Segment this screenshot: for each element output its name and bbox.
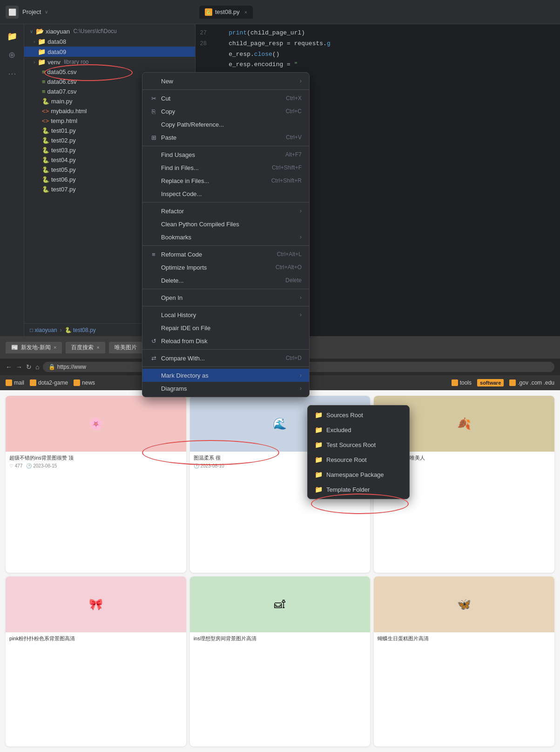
menu-compare-icon: ⇄	[150, 354, 157, 362]
tab-test08[interactable]: 🐍 test08.py ×	[199, 6, 253, 19]
menu-item-find-files[interactable]: Find in Files... Ctrl+Shift+F	[142, 161, 309, 174]
tree-label-test02: test02.py	[51, 137, 76, 144]
tree-root[interactable]: ∨ 📂 xiaoyuan C:\Users\lcf\Docu	[24, 26, 195, 36]
bookmark-dota2-icon	[30, 379, 36, 386]
tree-item-data08[interactable]: › 📁 data08	[24, 36, 195, 47]
photo-2-date: 🕐 2023-08-10	[194, 463, 224, 468]
menu-item-reformat[interactable]: ≡ Reformat Code Ctrl+Alt+L	[142, 248, 309, 261]
menu-cleanpython-label: Clean Python Compiled Files	[161, 221, 302, 228]
menu-item-mark-directory[interactable]: Mark Directory as ›	[142, 369, 309, 382]
tree-label-data07: data07.csv	[47, 88, 77, 95]
tree-label-venv-tag: library roo	[62, 59, 89, 65]
menu-item-bookmarks[interactable]: Bookmarks ›	[142, 230, 309, 244]
bookmark-dota2[interactable]: dota2-game	[30, 379, 68, 386]
menu-item-compare[interactable]: ⇄ Compare With... Ctrl+D	[142, 352, 309, 365]
bookmark-tools-icon	[452, 379, 458, 386]
menu-bookmarks-arrow-icon: ›	[300, 234, 302, 240]
breadcrumb-sep: ›	[60, 327, 62, 333]
photo-5-info: ins理想型房间背景图片高清	[190, 632, 371, 645]
browser-tab-img-label: 唯美图片	[115, 344, 137, 352]
menu-diagrams-arrow-icon: ›	[300, 385, 302, 392]
menu-copypath-icon	[150, 121, 157, 128]
menu-optimize-shortcut: Ctrl+Alt+O	[276, 264, 302, 271]
browser-tab-news[interactable]: 📰 新发地-新闻 ×	[6, 342, 62, 353]
browser-tab-baidu-label: 百度搜索	[71, 344, 94, 352]
tree-label-test04: test04.py	[51, 156, 76, 163]
bookmark-software[interactable]: software	[477, 379, 504, 386]
menu-item-cut[interactable]: ✂ Cut Ctrl+X	[142, 92, 309, 105]
sidebar-icon-search[interactable]: ⊕	[4, 47, 20, 63]
tree-item-data09[interactable]: › 📁 data09	[24, 47, 195, 57]
menu-item-replace-files[interactable]: Replace in Files... Ctrl+Shift+R	[142, 174, 309, 187]
menu-item-find-usages[interactable]: Find Usages Alt+F7	[142, 148, 309, 161]
menu-new-icon	[150, 77, 157, 85]
submenu-test-icon: 📁	[314, 440, 323, 449]
photo-card-4[interactable]: 🎀 pink粉扑扑粉色系背景图高清	[6, 576, 186, 746]
photo-1-title: 超级不错的ins背景图很赞 顶	[9, 454, 182, 461]
browser-tab-baidu-close[interactable]: ×	[96, 345, 99, 350]
submenu-item-resource-root[interactable]: 📁 Resource Root	[308, 452, 409, 467]
menu-item-paste[interactable]: ⊞ Paste Ctrl+V	[142, 131, 309, 144]
tree-item-venv[interactable]: › 📁 venv library roo	[24, 57, 195, 67]
browser-tab-baidu[interactable]: 百度搜索 ×	[66, 342, 105, 353]
menu-item-inspect[interactable]: Inspect Code...	[142, 187, 309, 200]
browser-tab-news-close[interactable]: ×	[54, 345, 56, 350]
breadcrumb-file[interactable]: 🐍 test08.py	[65, 327, 96, 333]
bookmark-mail[interactable]: mail	[6, 379, 24, 386]
menu-item-open-in[interactable]: Open In ›	[142, 291, 309, 304]
browser-tab-news-favicon: 📰	[11, 344, 18, 351]
menu-item-optimize[interactable]: Optimize Imports Ctrl+Alt+O	[142, 261, 309, 274]
menu-paste-icon: ⊞	[150, 134, 157, 141]
bookmark-gov-label: .gov .com .edu	[518, 379, 554, 386]
code-line-b: e_resp.encoding = "	[196, 60, 560, 70]
bookmark-news-label: news	[82, 379, 95, 386]
submenu-item-excluded[interactable]: 📁 Excluded	[308, 422, 409, 437]
photo-6-info: 蝴蝶生日蛋糕图片高清	[374, 632, 554, 645]
menu-paste-label: Paste	[161, 134, 282, 141]
menu-optimize-label: Optimize Imports	[161, 264, 272, 271]
menu-repairide-label: Repair IDE on File	[161, 325, 302, 332]
menu-item-delete[interactable]: Delete... Delete	[142, 274, 309, 287]
submenu-item-sources-root[interactable]: 📁 Sources Root	[308, 407, 409, 422]
menu-sep-6	[142, 306, 309, 306]
menu-localhistory-label: Local History	[161, 312, 296, 318]
photo-card-5[interactable]: 🛋 ins理想型房间背景图片高清	[190, 576, 371, 746]
submenu-excluded-label: Excluded	[326, 427, 351, 434]
menu-item-reload-disk[interactable]: ↺ Reload from Disk	[142, 334, 309, 347]
submenu-item-template[interactable]: 📁 Template Folder	[308, 482, 409, 497]
breadcrumb-root[interactable]: □ xiaoyuan	[30, 327, 57, 333]
tree-label-mybaidu: mybaidu.html	[51, 108, 87, 115]
tab-python-icon: 🐍	[205, 8, 212, 16]
menu-inspect-icon	[150, 190, 157, 197]
submenu-item-namespace[interactable]: 📁 Namespace Package	[308, 467, 409, 482]
menu-item-refactor[interactable]: Refactor ›	[142, 204, 309, 217]
tree-label-data08: data08	[47, 38, 66, 45]
menu-compare-label: Compare With...	[161, 355, 282, 362]
menu-item-clean-python[interactable]: Clean Python Compiled Files	[142, 217, 309, 230]
nav-forward-icon[interactable]: →	[16, 363, 22, 371]
sidebar-icon-more[interactable]: ⋯	[4, 65, 20, 82]
nav-back-icon[interactable]: ←	[6, 363, 12, 371]
bookmark-software-label: software	[477, 379, 504, 386]
bookmark-gov[interactable]: .gov .com .edu	[509, 379, 554, 386]
browser-tab-img[interactable]: 唯美图片	[109, 342, 142, 353]
menu-item-repair-ide[interactable]: Repair IDE on File	[142, 321, 309, 334]
menu-item-new[interactable]: New ›	[142, 75, 309, 88]
bookmark-news[interactable]: news	[74, 379, 95, 386]
nav-home-icon[interactable]: ⌂	[35, 363, 39, 371]
menu-item-local-history[interactable]: Local History ›	[142, 308, 309, 321]
tab-close-icon[interactable]: ×	[244, 9, 247, 15]
menu-item-diagrams[interactable]: Diagrams ›	[142, 382, 309, 395]
menu-item-copy[interactable]: ⎘ Copy Ctrl+C	[142, 105, 309, 118]
nav-refresh-icon[interactable]: ↻	[26, 363, 32, 371]
menu-localhistory-arrow-icon: ›	[300, 312, 302, 318]
project-header[interactable]: ⬜ Project ∨	[0, 6, 196, 19]
bookmark-tools[interactable]: tools	[452, 379, 472, 386]
browser-area: 📰 新发地-新闻 × 百度搜索 × 唯美图片 ← → ↻ ⌂ 🔒 https:/…	[0, 336, 560, 752]
sidebar-icon-folder[interactable]: 📁	[4, 28, 20, 45]
submenu-item-test-sources[interactable]: 📁 Test Sources Root	[308, 437, 409, 452]
menu-item-copy-path[interactable]: Copy Path/Reference...	[142, 118, 309, 131]
photo-card-6[interactable]: 🦋 蝴蝶生日蛋糕图片高清	[374, 576, 554, 746]
photo-card-1[interactable]: 🌸 超级不错的ins背景图很赞 顶 ♡ 477 🕐 2023-08-15	[6, 396, 186, 573]
photo-1-img: 🌸	[6, 396, 186, 452]
